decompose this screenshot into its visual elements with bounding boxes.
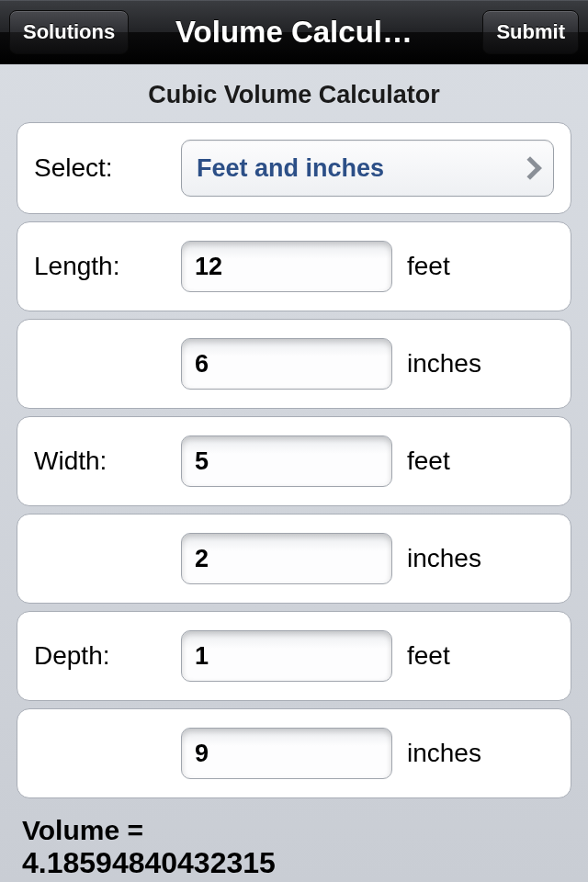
unit-select-value: Feet and inches bbox=[197, 154, 384, 183]
depth-inches-unit: inches bbox=[407, 739, 481, 768]
chevron-right-icon bbox=[518, 156, 541, 179]
select-card: Select: Feet and inches bbox=[17, 122, 571, 214]
width-inches-unit: inches bbox=[407, 544, 481, 573]
width-inches-card: inches bbox=[17, 514, 571, 604]
depth-feet-unit: feet bbox=[407, 641, 450, 671]
solutions-button[interactable]: Solutions bbox=[9, 10, 129, 54]
page-title: Volume Calcul… bbox=[175, 15, 413, 50]
unit-select[interactable]: Feet and inches bbox=[181, 140, 554, 197]
navbar: Solutions Volume Calcul… Submit bbox=[0, 0, 588, 64]
depth-inches-input[interactable] bbox=[181, 728, 392, 779]
select-label: Select: bbox=[34, 153, 181, 183]
section-title: Cubic Volume Calculator bbox=[17, 81, 571, 109]
submit-button[interactable]: Submit bbox=[482, 10, 579, 54]
length-inches-unit: inches bbox=[407, 349, 481, 379]
width-label: Width: bbox=[34, 447, 181, 476]
depth-inches-card: inches bbox=[17, 708, 571, 798]
depth-feet-input[interactable] bbox=[181, 630, 392, 682]
depth-feet-card: Depth: feet bbox=[17, 611, 571, 701]
depth-label: Depth: bbox=[34, 641, 181, 671]
result-block: Volume = 4.18594840432315 cubic yards bbox=[17, 806, 571, 882]
result-value: 4.18594840432315 bbox=[22, 846, 566, 880]
length-inches-card: inches bbox=[17, 319, 571, 409]
length-feet-card: Length: feet bbox=[17, 221, 571, 311]
width-feet-card: Width: feet bbox=[17, 416, 571, 506]
length-label: Length: bbox=[34, 252, 181, 281]
length-inches-input[interactable] bbox=[181, 338, 392, 390]
content: Cubic Volume Calculator Select: Feet and… bbox=[0, 81, 588, 882]
length-feet-unit: feet bbox=[407, 252, 450, 281]
length-feet-input[interactable] bbox=[181, 241, 392, 292]
result-label: Volume = bbox=[22, 815, 566, 846]
width-feet-input[interactable] bbox=[181, 435, 392, 487]
width-inches-input[interactable] bbox=[181, 533, 392, 584]
width-feet-unit: feet bbox=[407, 447, 450, 476]
